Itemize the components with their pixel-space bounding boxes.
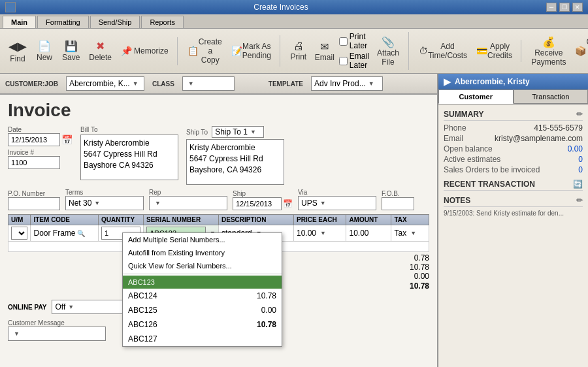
total-row3: 0.00	[390, 272, 429, 281]
ship-date-input[interactable]	[233, 197, 282, 210]
new-icon: 📄	[38, 40, 51, 52]
summary-edit-icon[interactable]: ✏	[576, 110, 583, 119]
ship-to-combo[interactable]: Ship To 1 ▼	[212, 126, 264, 138]
calendar-icon[interactable]: 📅	[61, 135, 73, 145]
customer-message-combo[interactable]: ▼	[8, 327, 106, 341]
online-pay-combo[interactable]: Off ▼	[52, 300, 130, 314]
email-button[interactable]: ✉ Email	[313, 39, 336, 64]
invoice-panel: CUSTOMER:JOB Abercrombie, K... ▼ CLASS ▼…	[0, 74, 438, 367]
price-arrow[interactable]: ▼	[320, 230, 326, 236]
serial-amount-2: 0.00	[261, 306, 276, 315]
create-batch-button[interactable]: 📦 Create a batch	[572, 35, 588, 67]
minimize-button[interactable]: ─	[546, 3, 557, 12]
rep-arrow[interactable]: ▼	[155, 200, 161, 206]
cell-price: 10.00 ▼	[294, 225, 346, 242]
summary-email-row: Email kristy@samplename.com	[444, 134, 583, 143]
template-dropdown-arrow[interactable]: ▼	[368, 80, 374, 87]
print-button[interactable]: 🖨 Print	[287, 39, 310, 63]
terms-label: Terms	[65, 189, 144, 196]
recent-refresh-icon[interactable]: 🔄	[573, 180, 583, 189]
customer-job-field[interactable]: Abercrombie, K... ▼	[66, 76, 144, 91]
add-multiple-serial-item[interactable]: Add Multiple Serial Numbers...	[123, 233, 282, 246]
tax-arrow[interactable]: ▼	[410, 230, 416, 236]
date-field: Date 📅	[8, 126, 73, 146]
bill-to-line1: Kristy Abercrombie	[84, 138, 175, 149]
class-field[interactable]: ▼	[182, 76, 235, 91]
window-controls[interactable]: ─ ❐ ✕	[546, 3, 583, 12]
totals-column: 0.78 10.78 0.00 10.78	[390, 253, 429, 291]
delete-button[interactable]: ✖ Delete	[86, 38, 115, 64]
delete-icon: ✖	[96, 40, 105, 52]
tab-sendship[interactable]: Send/Ship	[90, 16, 140, 28]
bill-to-line2: 5647 Cypress Hill Rd	[84, 149, 175, 160]
attach-file-button[interactable]: 📎 Attach File	[373, 34, 403, 69]
mark-pending-button[interactable]: 📝 Mark As Pending	[228, 40, 274, 62]
tab-reports[interactable]: Reports	[141, 16, 184, 28]
ribbon: Main Formatting Send/Ship Reports ◀▶ Fin…	[0, 14, 588, 74]
add-time-button[interactable]: ⏱ Add Time/Costs	[416, 40, 470, 62]
quick-view-serial-item[interactable]: Quick View for Serial Numbers...	[123, 259, 282, 272]
bill-to-label: Bill To	[80, 126, 178, 133]
date-label: Date	[8, 126, 73, 133]
tab-transaction[interactable]: Transaction	[514, 89, 589, 104]
template-field[interactable]: Adv Inv Prod... ▼	[311, 76, 383, 91]
po-input[interactable]	[8, 197, 60, 210]
via-label: Via	[298, 189, 376, 196]
item-code-value: Door Frame	[33, 229, 75, 238]
col-description: DESCRIPTION	[219, 215, 294, 225]
date-input[interactable]	[8, 133, 60, 146]
expand-icon[interactable]: ▶	[444, 76, 451, 87]
terms-combo[interactable]: Net 30 ▼	[65, 196, 144, 210]
create-group: 📋 Create a Copy 📝 Mark As Pending	[184, 35, 280, 67]
restore-button[interactable]: ❐	[559, 3, 570, 12]
item-search-icon[interactable]: 🔍	[77, 230, 85, 237]
apply-credits-button[interactable]: 💳 Apply Credits	[473, 40, 515, 62]
serial-number-dropdown[interactable]: Add Multiple Serial Numbers... Autofill …	[122, 232, 282, 347]
invoice-title: Invoice	[8, 100, 429, 121]
serial-list-item-1: ABC124 10.78	[123, 289, 282, 303]
find-button[interactable]: ◀▶ Find	[5, 37, 30, 65]
date-input-row: 📅	[8, 133, 73, 146]
customer-msg-arrow[interactable]: ▼	[14, 330, 20, 337]
receive-payments-button[interactable]: 💰 Receive Payments	[528, 34, 569, 69]
right-panel-tabs: Customer Transaction	[438, 89, 588, 104]
fob-input[interactable]	[382, 197, 414, 210]
ship-date-row: 📅	[233, 197, 293, 210]
ship-to-arrow[interactable]: ▼	[250, 129, 256, 135]
notes-edit-icon[interactable]: ✏	[576, 196, 583, 205]
save-button[interactable]: 💾 Save	[59, 38, 83, 64]
new-button[interactable]: 📄 New	[33, 38, 56, 64]
close-button[interactable]: ✕	[572, 3, 583, 12]
bill-to-box[interactable]: Kristy Abercrombie 5647 Cypress Hill Rd …	[80, 135, 178, 180]
autofill-serial-item[interactable]: Autofill from Existing Inventory	[123, 246, 282, 259]
customer-dropdown-arrow[interactable]: ▼	[133, 80, 139, 87]
um-select[interactable]	[11, 227, 27, 240]
class-dropdown-arrow[interactable]: ▼	[188, 80, 194, 87]
ship-to-line3: Bayshore, CA 94326	[189, 165, 281, 176]
serial-value-3: ABC126	[128, 320, 157, 329]
serial-list-item-0[interactable]: ABC123	[123, 276, 282, 289]
mark-icon: 📝	[231, 46, 242, 56]
po-terms-row: P.O. Number Terms Net 30 ▼ Rep ▼	[8, 189, 429, 210]
ribbon-tabs: Main Formatting Send/Ship Reports	[0, 14, 588, 29]
invoice-num-input[interactable]	[8, 156, 60, 169]
tab-formatting[interactable]: Formatting	[37, 16, 89, 28]
via-combo[interactable]: UPS ▼	[298, 196, 376, 210]
fob-label: F.O.B.	[382, 190, 414, 197]
tab-customer[interactable]: Customer	[438, 89, 514, 104]
app-icon	[5, 2, 16, 12]
rep-combo[interactable]: ▼	[149, 196, 227, 210]
cell-amount: 10.00	[346, 225, 391, 242]
tab-main[interactable]: Main	[3, 16, 36, 28]
online-pay-arrow[interactable]: ▼	[68, 304, 74, 310]
email-later-checkbox[interactable]: Email Later	[339, 52, 370, 70]
main-content: CUSTOMER:JOB Abercrombie, K... ▼ CLASS ▼…	[0, 74, 588, 367]
create-copy-button[interactable]: 📋 Create a Copy	[184, 35, 225, 67]
terms-arrow[interactable]: ▼	[94, 200, 100, 206]
memorize-button[interactable]: 📌 Memorize	[118, 44, 172, 58]
invoice-num-field: Invoice #	[8, 149, 73, 169]
ship-calendar-icon[interactable]: 📅	[283, 199, 293, 208]
via-arrow[interactable]: ▼	[320, 200, 326, 206]
ship-to-box[interactable]: Kristy Abercrombie 5647 Cypress Hill Rd …	[186, 139, 284, 185]
print-later-checkbox[interactable]: Print Later	[339, 32, 370, 50]
